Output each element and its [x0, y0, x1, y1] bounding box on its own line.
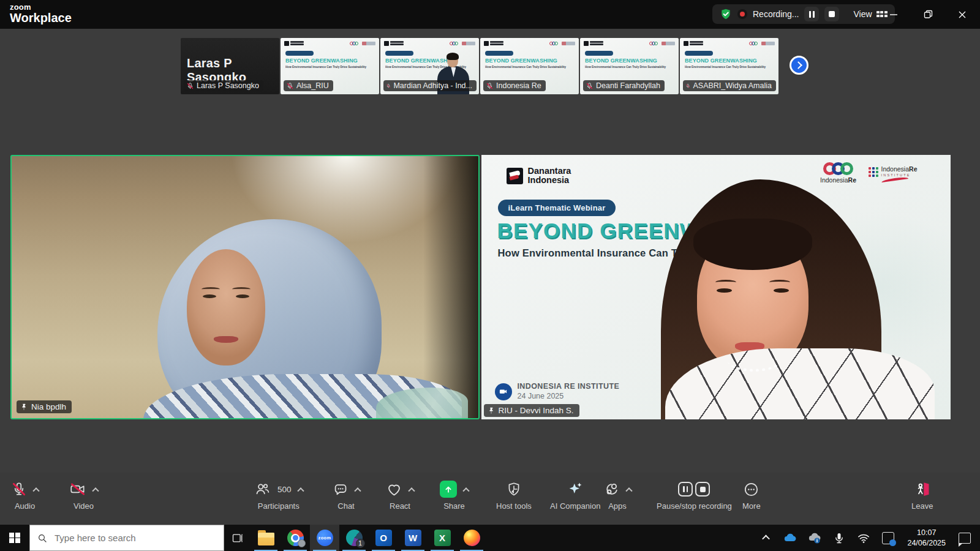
- logo-workplace-text: Workplace: [10, 12, 72, 24]
- tray-microphone[interactable]: [830, 525, 848, 551]
- participants-count: 500: [277, 485, 292, 494]
- filmstrip-tile-deanti[interactable]: BEYOND GREENWASHING How Environmental In…: [580, 38, 679, 94]
- tray-ime[interactable]: [879, 525, 897, 551]
- danantara-logo: Danantara Indonesia: [507, 167, 571, 185]
- pause-recording-button[interactable]: [804, 7, 819, 21]
- video-button[interactable]: Video: [69, 480, 98, 511]
- host-tools-button[interactable]: Host tools: [496, 480, 532, 511]
- view-button[interactable]: View: [853, 9, 887, 19]
- person-face: [187, 249, 265, 365]
- muted-mic-icon: [586, 82, 594, 90]
- excel-icon: X: [434, 530, 451, 546]
- share-options-caret[interactable]: [462, 487, 469, 494]
- filmstrip-tile-laras[interactable]: Laras P Sasongko Laras P Sasongko: [181, 38, 279, 94]
- pause-recording-icon[interactable]: [678, 482, 693, 497]
- indonesia-re-institute-logo: IndonesiaRe INSTITUTE: [869, 166, 918, 181]
- tray-hidden-icons-button[interactable]: [756, 525, 775, 551]
- taskbar-app-zoom[interactable]: zoom: [310, 525, 339, 551]
- heart-icon: [386, 481, 402, 498]
- ai-companion-button[interactable]: AI Companion: [550, 480, 600, 511]
- video-name-label: RIU - Devvi Indah S.: [484, 404, 579, 417]
- notification-icon: [959, 533, 971, 544]
- webinar-badge: iLearn Thematic Webinar: [498, 200, 616, 216]
- more-button[interactable]: More: [742, 480, 761, 511]
- taskbar-search[interactable]: [29, 525, 224, 551]
- filmstrip-tile-mardian[interactable]: BEYOND GREENWASHING How Environmental In…: [380, 38, 479, 94]
- clock-time: 10:07: [907, 528, 946, 538]
- start-button[interactable]: [0, 525, 29, 551]
- apps-icon: [603, 481, 620, 498]
- filmstrip-tile-alsa[interactable]: BEYOND GREENWASHING How Environmental In…: [281, 38, 379, 94]
- close-button[interactable]: [953, 6, 971, 24]
- video-options-caret[interactable]: [92, 487, 99, 494]
- taskbar-app-firefox[interactable]: [457, 525, 486, 551]
- tray-clock[interactable]: 10:07 24/06/2025: [903, 528, 949, 549]
- cloud-info-icon: [807, 531, 822, 545]
- taskbar-app-excel[interactable]: X: [428, 525, 457, 551]
- video-tile-devvi[interactable]: Danantara Indonesia IndonesiaRe Indonesi…: [481, 155, 951, 419]
- taskbar-app-outlook[interactable]: O: [369, 525, 398, 551]
- react-options-caret[interactable]: [408, 487, 415, 494]
- muted-mic-icon: [486, 82, 494, 90]
- ime-icon: [882, 532, 894, 544]
- chat-options-caret[interactable]: [354, 487, 361, 494]
- muted-mic-icon: [186, 82, 194, 90]
- chrome-icon: [287, 530, 304, 546]
- wifi-icon: [857, 531, 870, 545]
- share-button[interactable]: Share: [440, 480, 469, 511]
- tray-action-center[interactable]: [956, 525, 974, 551]
- participant-name-label: Deanti Farahdyllah: [583, 80, 665, 91]
- taskbar-app-file-explorer[interactable]: [251, 525, 281, 551]
- muted-mic-icon: [11, 481, 27, 497]
- leave-button[interactable]: Leave: [911, 480, 933, 511]
- filmstrip-tile-asabri[interactable]: BEYOND GREENWASHING How Environmental In…: [680, 38, 778, 94]
- file-explorer-icon: [258, 533, 274, 545]
- apps-options-caret[interactable]: [625, 487, 632, 494]
- tray-onedrive[interactable]: [781, 525, 799, 551]
- participants-button[interactable]: 500 Participants: [254, 480, 303, 511]
- notification-badge: 1: [356, 539, 365, 548]
- pause-stop-recording-button[interactable]: Pause/stop recording: [657, 480, 732, 511]
- institute-watermark: INDONESIA RE INSTITUTE 24 June 2025: [495, 382, 620, 401]
- zoom-icon: zoom: [317, 530, 333, 546]
- zoom-meeting-window: zoom Workplace Recording... View Laras P…: [0, 0, 980, 551]
- search-input[interactable]: [53, 532, 200, 544]
- muted-mic-icon: [386, 82, 391, 90]
- muted-camera-icon: [69, 481, 86, 497]
- pearl-necklace: [728, 351, 780, 372]
- stop-recording-button[interactable]: [824, 7, 839, 21]
- windows-taskbar: zoom 1 O W X 10:07 24/06/2025: [0, 525, 980, 551]
- audio-options-caret[interactable]: [32, 487, 39, 494]
- participants-icon: [254, 481, 271, 498]
- security-shield-icon[interactable]: [720, 8, 732, 20]
- indonesia-re-logo: IndonesiaRe: [817, 162, 860, 184]
- recording-label: Recording...: [753, 9, 799, 19]
- react-button[interactable]: React: [386, 480, 414, 511]
- participant-name-label: Alsa_RIU: [284, 80, 333, 91]
- clock-date: 24/06/2025: [907, 538, 946, 549]
- task-view-button[interactable]: [224, 525, 251, 551]
- filmstrip-tile-indonesia-re[interactable]: BEYOND GREENWASHING How Environmental In…: [480, 38, 579, 94]
- outlook-icon: O: [375, 530, 392, 546]
- chat-button[interactable]: Chat: [332, 480, 360, 511]
- stop-recording-icon[interactable]: [695, 482, 710, 497]
- audio-button[interactable]: Audio: [11, 480, 39, 511]
- taskbar-app-word[interactable]: W: [398, 525, 428, 551]
- participants-options-caret[interactable]: [297, 487, 304, 494]
- participant-name-label: Mardian Adhitya - Ind...: [383, 80, 477, 91]
- restore-button[interactable]: [919, 6, 937, 24]
- participant-name-label: Indonesia Re: [483, 80, 546, 91]
- video-tile-nia[interactable]: Nia bpdlh: [10, 155, 480, 419]
- filmstrip-next-button[interactable]: [790, 56, 809, 75]
- taskbar-app-notification-1[interactable]: 1: [339, 525, 369, 551]
- minimize-button[interactable]: [884, 6, 903, 24]
- taskbar-app-chrome[interactable]: [281, 525, 310, 551]
- tray-wifi[interactable]: [854, 525, 873, 551]
- apps-button[interactable]: Apps: [603, 480, 631, 511]
- leave-door-icon: [914, 481, 931, 498]
- chevron-up-icon: [762, 535, 770, 543]
- search-icon: [37, 533, 47, 543]
- ai-companion-sparkle-icon: [567, 481, 584, 498]
- tray-cloud-sync[interactable]: [805, 525, 824, 551]
- window-controls: [884, 0, 971, 29]
